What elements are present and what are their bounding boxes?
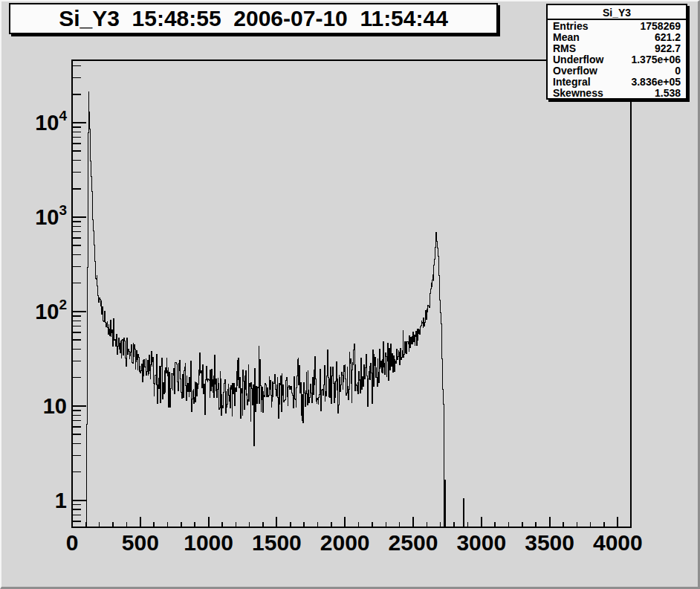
x-axis-label: 3500 bbox=[525, 530, 574, 555]
stats-label: Integral bbox=[553, 77, 591, 87]
y-axis-label: 1 bbox=[55, 489, 67, 512]
stats-box: Si_Y3 Entries1758269Mean621.2RMS922.7Und… bbox=[546, 4, 687, 100]
stats-row: RMS922.7 bbox=[548, 42, 686, 54]
stats-value: 922.7 bbox=[655, 43, 681, 54]
stats-value: 621.2 bbox=[655, 32, 681, 42]
stats-label: Overflow bbox=[553, 65, 597, 76]
stats-label: Underflow bbox=[553, 54, 603, 65]
stats-value: 3.836e+05 bbox=[631, 77, 681, 87]
stats-value: 1.538 bbox=[655, 88, 681, 98]
plot-frame bbox=[72, 60, 631, 527]
x-axis-label: 2000 bbox=[320, 530, 370, 555]
y-axis-label: 102 bbox=[35, 297, 67, 324]
y-axis-label: 10 bbox=[43, 394, 67, 418]
title-text: Si_Y3 15:48:55 2006-07-10 11:54:44 bbox=[59, 6, 448, 31]
stats-row: Integral3.836e+05 bbox=[548, 76, 686, 87]
stats-value: 1.375e+06 bbox=[631, 54, 681, 65]
stats-row: Entries1758269 bbox=[548, 20, 686, 31]
stats-title: Si_Y3 bbox=[548, 5, 686, 20]
x-axis-label: 2500 bbox=[389, 530, 438, 555]
x-axis-label: 1500 bbox=[252, 530, 302, 555]
y-axis-label: 103 bbox=[35, 202, 67, 229]
stats-label: Skewness bbox=[553, 88, 603, 98]
x-axis-label: 3000 bbox=[456, 530, 506, 555]
stats-label: RMS bbox=[553, 43, 576, 54]
stats-label: Entries bbox=[553, 21, 588, 31]
histogram-line bbox=[72, 91, 631, 527]
title-box: Si_Y3 15:48:55 2006-07-10 11:54:44 bbox=[9, 3, 498, 34]
x-axis-label: 0 bbox=[66, 530, 79, 555]
stats-value: 0 bbox=[675, 65, 681, 76]
root-canvas: 0500100015002000250030003500400011010210… bbox=[0, 0, 700, 589]
stats-row: Underflow1.375e+06 bbox=[548, 54, 686, 65]
x-axis-label: 1000 bbox=[184, 530, 233, 555]
x-axis-label: 4000 bbox=[593, 530, 643, 555]
x-axis-label: 500 bbox=[122, 530, 159, 555]
stats-label: Mean bbox=[553, 32, 580, 42]
stats-row: Mean621.2 bbox=[548, 31, 686, 42]
stats-row: Overflow0 bbox=[548, 65, 686, 76]
stats-value: 1758269 bbox=[640, 21, 681, 31]
y-axis-label: 104 bbox=[35, 108, 67, 135]
stats-rows: Entries1758269Mean621.2RMS922.7Underflow… bbox=[548, 20, 686, 98]
stats-row: Skewness1.538 bbox=[548, 87, 686, 98]
